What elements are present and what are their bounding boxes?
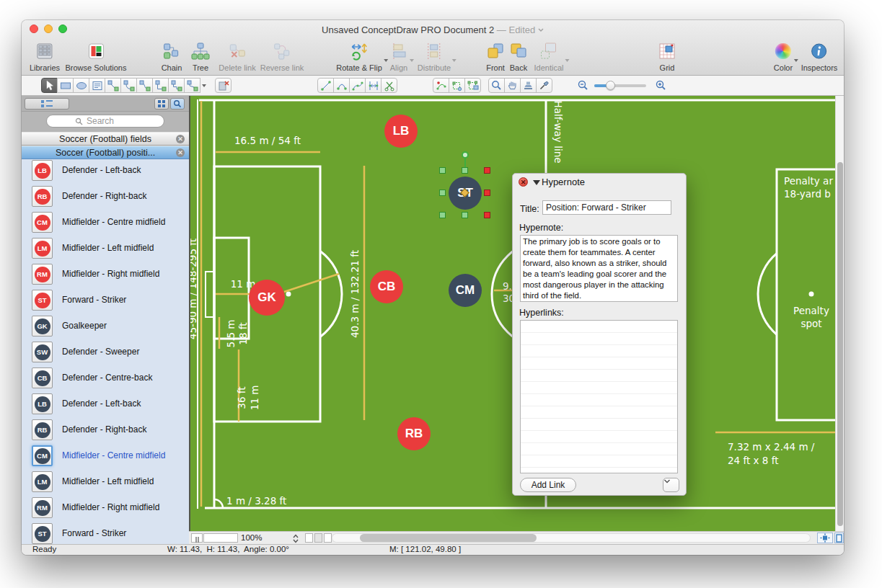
splitter-handle[interactable] — [191, 533, 203, 543]
hyperlinks-list[interactable] — [520, 320, 678, 473]
toolbar-button-browse-solutions[interactable]: Browse Solutions — [66, 40, 127, 72]
library-item-centre-midfield-red[interactable]: CMMidfielder - Centre midfield — [22, 210, 189, 236]
toolbar-button-front[interactable]: Front — [486, 40, 505, 72]
position-badge: ST — [35, 293, 50, 308]
tool-line[interactable] — [317, 78, 334, 93]
selection-handle-top-middle[interactable] — [462, 167, 468, 174]
library-item-striker-red[interactable]: STForward - Striker — [22, 288, 189, 313]
hypernote-text-area[interactable]: The primary job is to score goals or to … — [520, 235, 678, 302]
rotation-handle[interactable] — [462, 151, 469, 159]
library-item-striker-navy[interactable]: STForward - Striker — [22, 521, 189, 544]
tool-spline[interactable] — [349, 78, 366, 93]
connector-tools-caret[interactable] — [202, 84, 206, 87]
horizontal-scrollbar-thumb[interactable] — [360, 534, 537, 542]
library-item-left-midfield-navy[interactable]: LMMidfielder - Left midfield — [22, 469, 189, 495]
zoom-slider[interactable] — [594, 84, 646, 87]
actual-size-button[interactable] — [834, 533, 844, 543]
toolbar-button-inspectors[interactable]: Inspectors — [801, 40, 838, 72]
selection-handle-top-left[interactable] — [439, 167, 446, 174]
selection-handle-top-right[interactable] — [484, 167, 490, 174]
tool-connector-rightangle[interactable] — [152, 78, 169, 93]
toolbar-button-rotate-flip[interactable]: Rotate & Flip — [336, 40, 382, 72]
title-chevron-icon[interactable] — [538, 24, 544, 30]
collapse-triangle-icon[interactable] — [533, 180, 540, 185]
player-shape-gk[interactable]: GK — [249, 280, 285, 316]
tool-ellipse[interactable] — [73, 78, 89, 93]
page-tab-2[interactable] — [314, 533, 322, 543]
library-item-defender-right-back-navy[interactable]: RBDefender - Right-back — [22, 417, 189, 443]
vertical-scrollbar[interactable] — [835, 96, 844, 531]
toolbar-button-grid[interactable]: Grid — [658, 40, 676, 72]
link-options-dropdown[interactable] — [663, 478, 679, 492]
close-library-icon[interactable]: ✕ — [176, 135, 185, 143]
search-input[interactable] — [85, 115, 136, 127]
page-tab-1[interactable] — [305, 533, 313, 543]
tool-connector-arc[interactable] — [120, 78, 137, 93]
hypernote-title-input[interactable] — [542, 200, 671, 215]
toolbar-button-chain[interactable]: Chain — [162, 40, 182, 72]
selection-handle-bottom-middle[interactable] — [462, 212, 468, 218]
tool-group-edit[interactable] — [464, 78, 481, 93]
tool-text[interactable] — [89, 78, 105, 93]
tool-eyedropper[interactable] — [536, 78, 552, 93]
selection-handle-bottom-right[interactable] — [484, 212, 490, 218]
library-item-right-midfield-navy[interactable]: RMMidfielder - Right midfield — [22, 495, 189, 521]
tool-scissors[interactable] — [381, 78, 397, 93]
library-item-right-midfield-red[interactable]: RMMidfielder - Right midfield — [22, 262, 189, 288]
label-penalty-area-1: Penalty ar — [784, 175, 833, 187]
position-badge: ST — [35, 526, 50, 542]
toolbar-button-color[interactable]: Color — [774, 40, 793, 72]
library-item-defender-left-back-red[interactable]: LBDefender - Left-back — [22, 158, 189, 184]
toolbar-button-libraries[interactable]: Libraries — [30, 40, 60, 72]
search-field[interactable] — [46, 115, 164, 128]
close-library-icon[interactable]: ✕ — [176, 148, 185, 157]
library-tree-view-button[interactable] — [25, 98, 69, 110]
toolbar-button-back[interactable]: Back — [509, 40, 528, 72]
player-shape-rb[interactable]: RB — [397, 417, 431, 450]
player-shape-cm[interactable]: CM — [449, 274, 482, 307]
tool-connector-smart[interactable] — [168, 78, 185, 93]
zoom-slider-knob[interactable] — [606, 81, 615, 90]
tool-connector-bezier[interactable] — [136, 78, 153, 93]
library-section-fields[interactable]: Soccer (Football) fields ✕ — [22, 132, 189, 146]
library-item-sweeper[interactable]: SWDefender - Sweeper — [22, 339, 189, 365]
tool-reshape[interactable] — [433, 78, 449, 93]
tool-pan-hand[interactable] — [504, 78, 521, 93]
toolbar-button-tree[interactable]: Tree — [191, 40, 210, 72]
position-badge: LM — [35, 241, 50, 257]
tool-select[interactable] — [41, 78, 58, 93]
close-dialog-button[interactable]: ✕ — [519, 177, 528, 187]
tool-edit-vertices[interactable] — [449, 78, 465, 93]
player-shape-lb[interactable]: LB — [384, 115, 418, 148]
selection-handle-middle-right[interactable] — [484, 190, 490, 196]
tool-connector-curved[interactable] — [184, 78, 200, 93]
page-tab-3[interactable] — [324, 533, 332, 543]
selection-handle-bottom-left[interactable] — [439, 212, 446, 218]
horizontal-scrollbar[interactable] — [332, 533, 811, 543]
tool-rectangle[interactable] — [57, 78, 74, 93]
tool-stamp[interactable] — [520, 78, 537, 93]
tool-delete-shape[interactable] — [215, 78, 231, 93]
library-item-defender-right-back-red[interactable]: RBDefender - Right-back — [22, 184, 189, 210]
add-link-button[interactable]: Add Link — [520, 478, 576, 492]
grid-view-button[interactable] — [154, 98, 169, 110]
tool-arc[interactable] — [333, 78, 350, 93]
selection-handle-middle-left[interactable] — [439, 190, 446, 196]
library-item-defender-left-back-navy[interactable]: LBDefender - Left-back — [22, 391, 189, 417]
label-penalty-spot-2: spot — [801, 318, 821, 329]
library-item-left-midfield-red[interactable]: LMMidfielder - Left midfield — [22, 236, 189, 262]
tool-connector-direct[interactable] — [105, 78, 121, 93]
library-search-button[interactable] — [170, 98, 185, 110]
page-field[interactable] — [203, 533, 238, 543]
library-item-centre-midfield-navy[interactable]: CMMidfielder - Centre midfield — [22, 443, 189, 469]
library-item-centre-back[interactable]: CBDefender - Centre-back — [22, 365, 189, 391]
fit-page-button[interactable] — [817, 533, 833, 543]
zoom-out-button[interactable] — [577, 79, 589, 94]
zoom-in-button[interactable] — [655, 79, 667, 94]
player-shape-cb[interactable]: CB — [370, 270, 403, 303]
drawing-canvas[interactable]: 16.5 m / 54 ft 45-90 m / 148-295 ft 40.3… — [189, 96, 835, 531]
tool-zoom-area[interactable] — [488, 78, 505, 93]
tool-dimension[interactable] — [365, 78, 382, 93]
library-item-goalkeeper[interactable]: GKGoalkeeper — [22, 313, 189, 339]
vertical-scrollbar-thumb[interactable] — [837, 162, 843, 526]
